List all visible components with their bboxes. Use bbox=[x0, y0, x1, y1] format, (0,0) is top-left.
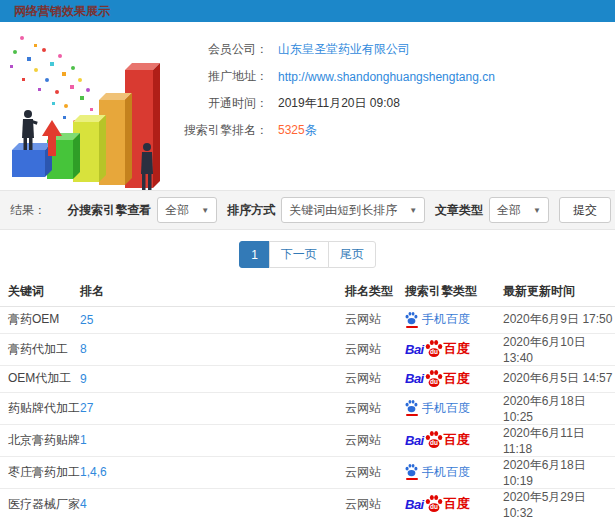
rank-link[interactable]: 9 bbox=[80, 372, 87, 386]
page-title: 网络营销效果展示 bbox=[14, 3, 110, 20]
svg-text:du: du bbox=[430, 439, 438, 446]
info-row-rank-count: 搜索引擎排名： 5325条 bbox=[172, 117, 615, 144]
page-1-button[interactable]: 1 bbox=[239, 241, 270, 268]
company-link[interactable]: 山东皇圣堂药业有限公司 bbox=[278, 41, 410, 58]
rank-type-cell: 云网站 bbox=[345, 365, 405, 392]
update-time-cell: 2020年6月18日 10:25 bbox=[503, 392, 615, 424]
keyword-cell: 医疗器械厂家 bbox=[0, 488, 80, 520]
mobile-baidu-logo: 手机百度 bbox=[405, 400, 470, 417]
table-row: 北京膏药贴牌 1 云网站 Bai du 百度 2020年6月11日 11:18 bbox=[0, 424, 615, 456]
rank-link[interactable]: 1,4,6 bbox=[80, 465, 107, 479]
baidu-paw-icon bbox=[405, 464, 418, 477]
confetti-dots bbox=[10, 36, 93, 124]
table-row: 膏药代加工 8 云网站 Bai du 百度 2020年6月10日 13:40 bbox=[0, 333, 615, 365]
keyword-cell: 膏药代加工 bbox=[0, 333, 80, 365]
chevron-down-icon: ▼ bbox=[409, 206, 417, 215]
keyword-cell: 枣庄膏药加工 bbox=[0, 456, 80, 488]
baidu-paw-icon bbox=[405, 312, 418, 325]
article-type-select[interactable]: 全部 ▼ bbox=[489, 197, 549, 223]
table-row: OEM代加工 9 云网站 Bai du 百度 2020年6月5日 14:57 bbox=[0, 365, 615, 392]
svg-text:du: du bbox=[430, 348, 438, 355]
keyword-cell: 药贴牌代加工 bbox=[0, 392, 80, 424]
mobile-baidu-logo: 手机百度 bbox=[405, 464, 470, 481]
rank-type-cell: 云网站 bbox=[345, 456, 405, 488]
company-label: 会员公司： bbox=[172, 41, 268, 58]
rank-link[interactable]: 25 bbox=[80, 313, 93, 327]
summary-section: 会员公司： 山东皇圣堂药业有限公司 推广地址： http://www.shand… bbox=[0, 22, 615, 190]
rank-type-cell: 云网站 bbox=[345, 488, 405, 520]
sort-label: 排序方式 bbox=[227, 202, 275, 219]
last-page-button[interactable]: 尾页 bbox=[328, 241, 376, 268]
open-time-label: 开通时间： bbox=[172, 95, 268, 112]
rank-type-cell: 云网站 bbox=[345, 424, 405, 456]
open-time-value: 2019年11月20日 09:08 bbox=[278, 95, 400, 112]
submit-button[interactable]: 提交 bbox=[559, 197, 611, 223]
baidu-logo: Bai du 百度 bbox=[405, 340, 470, 358]
company-info: 会员公司： 山东皇圣堂药业有限公司 推广地址： http://www.shand… bbox=[172, 30, 615, 190]
rank-link[interactable]: 8 bbox=[80, 342, 87, 356]
rank-link[interactable]: 4 bbox=[80, 497, 87, 511]
baidu-logo: Bai du 百度 bbox=[405, 370, 470, 388]
chevron-down-icon: ▼ bbox=[201, 206, 209, 215]
baidu-paw-icon: du bbox=[425, 495, 443, 513]
pagination: 1 下一页 尾页 bbox=[0, 241, 615, 268]
rank-type-cell: 云网站 bbox=[345, 333, 405, 365]
rank-count-number: 5325 bbox=[278, 123, 305, 137]
update-time-cell: 2020年6月10日 13:40 bbox=[503, 333, 615, 365]
rank-type-cell: 云网站 bbox=[345, 392, 405, 424]
table-row: 枣庄膏药加工 1,4,6 云网站 手机百度 2020年6月18日 10:19 bbox=[0, 456, 615, 488]
baidu-paw-icon: du bbox=[425, 340, 443, 358]
header-update-time: 最新更新时间 bbox=[503, 278, 615, 306]
promo-url-link[interactable]: http://www.shandonghuangshengtang.cn bbox=[278, 70, 495, 84]
marketing-chart-illustration bbox=[0, 30, 172, 190]
header-rank: 排名 bbox=[80, 278, 345, 306]
table-header-row: 关键词 排名 排名类型 搜索引擎类型 最新更新时间 bbox=[0, 278, 615, 306]
rank-link[interactable]: 27 bbox=[80, 401, 93, 415]
engine-view-select[interactable]: 全部 ▼ bbox=[157, 197, 217, 223]
baidu-logo: Bai du 百度 bbox=[405, 495, 470, 513]
rank-count-unit: 条 bbox=[305, 123, 317, 137]
promo-url-label: 推广地址： bbox=[172, 68, 268, 85]
engine-view-label: 分搜索引擎查看 bbox=[67, 202, 151, 219]
update-time-cell: 2020年6月18日 10:19 bbox=[503, 456, 615, 488]
table-row: 医疗器械厂家 4 云网站 Bai du 百度 2020年5月29日 10:32 bbox=[0, 488, 615, 520]
update-time-cell: 2020年6月5日 14:57 bbox=[503, 365, 615, 392]
sort-select[interactable]: 关键词由短到长排序 ▼ bbox=[281, 197, 425, 223]
info-row-url: 推广地址： http://www.shandonghuangshengtang.… bbox=[172, 63, 615, 90]
results-table: 关键词 排名 排名类型 搜索引擎类型 最新更新时间 膏药OEM 25 云网站 手… bbox=[0, 278, 615, 520]
update-time-cell: 2020年6月11日 11:18 bbox=[503, 424, 615, 456]
rank-link[interactable]: 1 bbox=[80, 433, 87, 447]
header-keyword: 关键词 bbox=[0, 278, 80, 306]
update-time-cell: 2020年6月9日 17:50 bbox=[503, 306, 615, 333]
update-time-cell: 2020年5月29日 10:32 bbox=[503, 488, 615, 520]
header-engine-type: 搜索引擎类型 bbox=[405, 278, 503, 306]
baidu-logo: Bai du 百度 bbox=[405, 431, 470, 449]
baidu-paw-icon: du bbox=[425, 370, 443, 388]
info-row-company: 会员公司： 山东皇圣堂药业有限公司 bbox=[172, 36, 615, 63]
mobile-baidu-logo: 手机百度 bbox=[405, 311, 470, 328]
bar-chart-graphic bbox=[0, 30, 172, 190]
rank-type-cell: 云网站 bbox=[345, 306, 405, 333]
filter-bar: 结果： 分搜索引擎查看 全部 ▼ 排序方式 关键词由短到长排序 ▼ 文章类型 全… bbox=[0, 190, 615, 230]
keyword-cell: 膏药OEM bbox=[0, 306, 80, 333]
svg-text:du: du bbox=[430, 503, 438, 510]
table-row: 药贴牌代加工 27 云网站 手机百度 2020年6月18日 10:25 bbox=[0, 392, 615, 424]
header-rank-type: 排名类型 bbox=[345, 278, 405, 306]
page-header: 网络营销效果展示 bbox=[0, 0, 615, 22]
result-label: 结果： bbox=[10, 202, 46, 219]
table-row: 膏药OEM 25 云网站 手机百度 2020年6月9日 17:50 bbox=[0, 306, 615, 333]
baidu-paw-icon bbox=[405, 400, 418, 413]
info-row-open-time: 开通时间： 2019年11月20日 09:08 bbox=[172, 90, 615, 117]
keyword-cell: OEM代加工 bbox=[0, 365, 80, 392]
rank-count-label: 搜索引擎排名： bbox=[172, 122, 268, 139]
svg-text:du: du bbox=[430, 378, 438, 385]
article-type-label: 文章类型 bbox=[435, 202, 483, 219]
chevron-down-icon: ▼ bbox=[533, 206, 541, 215]
next-page-button[interactable]: 下一页 bbox=[269, 241, 329, 268]
keyword-cell: 北京膏药贴牌 bbox=[0, 424, 80, 456]
baidu-paw-icon: du bbox=[425, 431, 443, 449]
